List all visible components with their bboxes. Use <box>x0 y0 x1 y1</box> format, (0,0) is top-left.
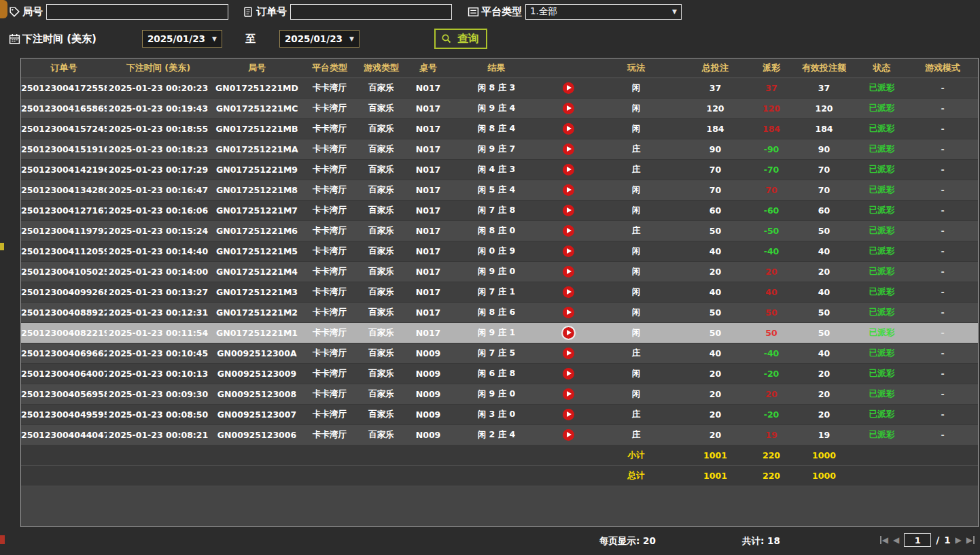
cell-play-type: 闲 <box>593 282 680 302</box>
date-to-picker[interactable]: 2025/01/23 ▼ <box>279 30 360 48</box>
cell-table-no: N017 <box>407 282 449 302</box>
cell-result: 闲 6 庄 8 <box>449 363 544 384</box>
col-header-time: 下注时间 (美东) <box>107 58 210 78</box>
play-circle-icon[interactable] <box>563 266 574 278</box>
col-header-payout: 派彩 <box>751 58 792 78</box>
play-circle-icon[interactable] <box>563 409 574 420</box>
play-circle-icon[interactable] <box>563 205 574 216</box>
play-circle-icon[interactable] <box>563 348 574 359</box>
cell-game: 百家乐 <box>355 424 407 445</box>
table-row[interactable]: 2501230041725582025-01-23 00:20:23GN0172… <box>21 78 978 98</box>
table-row[interactable]: 2501230041197922025-01-23 00:15:24GN0172… <box>21 220 978 241</box>
table-row[interactable]: 2501230041658692025-01-23 00:19:43GN0172… <box>21 98 978 118</box>
grand-total-label: 总计 <box>593 465 680 486</box>
play-circle-icon[interactable] <box>563 123 574 135</box>
table-row[interactable]: 2501230040822192025-01-23 00:11:54GN0172… <box>21 322 978 343</box>
cell-platform: 卡卡湾厅 <box>304 302 355 322</box>
cell-total: 20 <box>680 424 751 445</box>
play-circle-icon[interactable] <box>563 388 574 400</box>
cell-replay <box>544 302 593 322</box>
cell-order: 250123004172558 <box>21 78 107 98</box>
table-row[interactable]: 2501230040495952025-01-23 00:08:50GN0092… <box>21 404 978 424</box>
play-circle-icon[interactable] <box>563 225 574 237</box>
table-row[interactable]: 2501230041342802025-01-23 00:16:47GN0172… <box>21 180 978 200</box>
cell-valid: 20 <box>792 363 856 384</box>
table-row[interactable]: 2501230041421962025-01-23 00:17:29GN0172… <box>21 159 978 180</box>
cell-game: 百家乐 <box>355 220 407 241</box>
table-row[interactable]: 2501230041572452025-01-23 00:18:55GN0172… <box>21 118 978 139</box>
cell-status: 已派彩 <box>856 241 907 261</box>
cell-play-type: 庄 <box>593 139 680 159</box>
table-row[interactable]: 2501230041120592025-01-23 00:14:40GN0172… <box>21 241 978 261</box>
table-row[interactable]: 2501230040992682025-01-23 00:13:27GN0172… <box>21 282 978 302</box>
cell-time: 2025-01-23 00:08:50 <box>107 404 210 424</box>
cell-round: GN017251221MA <box>210 139 304 159</box>
table-row[interactable]: 2501230041050252025-01-23 00:14:00GN0172… <box>21 261 978 282</box>
first-page-button[interactable]: ◀ <box>880 536 888 544</box>
cell-mode: - <box>907 404 978 424</box>
play-circle-icon[interactable] <box>563 184 574 196</box>
cell-game: 百家乐 <box>355 78 407 98</box>
cell-status: 已派彩 <box>856 363 907 384</box>
cell-valid: 90 <box>792 139 856 159</box>
cell-table-no: N017 <box>407 220 449 241</box>
cell-table-no: N017 <box>407 200 449 220</box>
table-row[interactable]: 2501230040696622025-01-23 00:10:45GN0092… <box>21 343 978 363</box>
cell-time: 2025-01-23 00:10:13 <box>107 363 210 384</box>
query-button[interactable]: 查询 <box>434 29 487 49</box>
prev-page-button[interactable]: ◀ <box>893 536 899 544</box>
cell-status: 已派彩 <box>856 159 907 180</box>
next-page-button[interactable]: ▶ <box>956 536 962 544</box>
cell-replay <box>544 98 593 118</box>
col-header-status: 状态 <box>856 58 907 78</box>
table-summary: 小计 1001 220 1000 总计 1001 220 1000 <box>21 445 978 486</box>
cell-order: 250123004151916 <box>21 139 107 159</box>
cell-play-type: 闲 <box>593 180 680 200</box>
play-circle-icon[interactable] <box>563 368 574 380</box>
cell-payout: -70 <box>751 159 792 180</box>
magnifier-icon <box>440 33 453 45</box>
cell-payout: 20 <box>751 384 792 404</box>
table-row[interactable]: 2501230041271672025-01-23 00:16:06GN0172… <box>21 200 978 220</box>
play-circle-icon[interactable] <box>563 246 574 257</box>
cell-play-type: 闲 <box>593 241 680 261</box>
cell-mode: - <box>907 343 978 363</box>
round-input[interactable] <box>46 4 228 20</box>
cell-result: 闲 9 庄 4 <box>449 98 544 118</box>
play-circle-icon[interactable] <box>563 82 574 94</box>
play-circle-icon[interactable] <box>563 164 574 175</box>
cell-table-no: N009 <box>407 424 449 445</box>
cell-payout: -90 <box>751 139 792 159</box>
cell-table-no: N009 <box>407 384 449 404</box>
cell-replay <box>544 139 593 159</box>
table-row[interactable]: 2501230040569582025-01-23 00:09:30GN0092… <box>21 384 978 404</box>
platform-select[interactable]: 1.全部 ▼ <box>525 4 682 20</box>
page-input[interactable]: 1 <box>904 533 931 547</box>
play-circle-icon[interactable] <box>563 103 574 114</box>
play-circle-icon[interactable] <box>563 144 574 155</box>
table-row[interactable]: 2501230040889222025-01-23 00:12:31GN0172… <box>21 302 978 322</box>
cell-play-type: 闲 <box>593 302 680 322</box>
last-page-button[interactable]: ▶ <box>966 536 975 544</box>
cell-table-no: N017 <box>407 139 449 159</box>
cell-round: GN017251221M6 <box>210 220 304 241</box>
cell-valid: 50 <box>792 220 856 241</box>
play-circle-icon[interactable] <box>563 327 574 339</box>
table-row[interactable]: 2501230041519162025-01-23 00:18:23GN0172… <box>21 139 978 159</box>
table-row[interactable]: 2501230040640072025-01-23 00:10:13GN0092… <box>21 363 978 384</box>
cell-platform: 卡卡湾厅 <box>304 78 355 98</box>
table-row[interactable]: 2501230040440472025-01-23 00:08:21GN0092… <box>21 424 978 445</box>
cell-replay <box>544 424 593 445</box>
cell-payout: -50 <box>751 220 792 241</box>
play-circle-icon[interactable] <box>563 429 574 441</box>
order-input[interactable] <box>290 4 452 20</box>
play-circle-icon[interactable] <box>563 286 574 298</box>
cell-status: 已派彩 <box>856 384 907 404</box>
cell-round: GN017251221M1 <box>210 322 304 343</box>
grand-total-total: 1001 <box>680 465 751 486</box>
cell-status: 已派彩 <box>856 220 907 241</box>
cell-order: 250123004082219 <box>21 322 107 343</box>
play-circle-icon[interactable] <box>563 307 574 318</box>
date-from-picker[interactable]: 2025/01/23 ▼ <box>142 30 222 48</box>
cell-table-no: N017 <box>407 118 449 139</box>
